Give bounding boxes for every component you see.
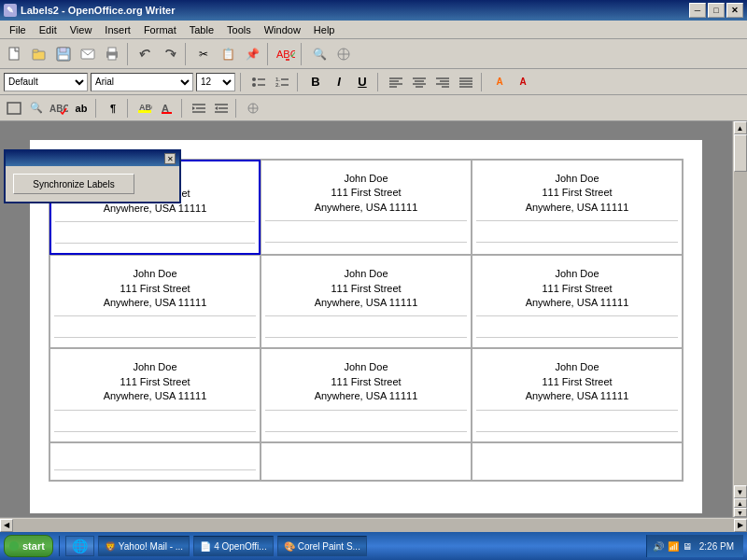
label-cell-1-2[interactable]: John Doe 111 First Street Anywhere, USA … xyxy=(261,160,472,255)
maximize-button[interactable]: □ xyxy=(708,3,725,18)
print-button[interactable] xyxy=(101,43,123,65)
label-street-3-1: 111 First Street xyxy=(56,375,254,389)
scroll-right-button[interactable]: ▶ xyxy=(734,519,747,532)
label-city-2-2: Anywhere, USA 11111 xyxy=(267,296,465,310)
format-sep-3 xyxy=(377,73,381,91)
undo-button[interactable] xyxy=(134,43,157,65)
spellcheck-button[interactable]: ABC✓ xyxy=(275,43,297,65)
toolbar-sep-2 xyxy=(185,43,189,65)
label-city-3-1: Anywhere, USA 11111 xyxy=(56,389,254,403)
highlight-color-button[interactable]: ABC xyxy=(134,99,155,118)
spellcheck2-button[interactable]: ABC xyxy=(49,99,69,118)
label-cell-2-3[interactable]: John Doe 111 First Street Anywhere, USA … xyxy=(472,255,683,348)
open-button[interactable] xyxy=(28,43,50,65)
tray-icon-3: 🖥 xyxy=(683,541,692,552)
taskbar-corel-paint[interactable]: 🎨 Corel Paint S... xyxy=(277,536,367,556)
cut-button[interactable]: ✂ xyxy=(192,43,215,65)
font-size-select[interactable]: 12 xyxy=(196,73,235,91)
label-city-2-3: Anywhere, USA 11111 xyxy=(478,296,676,310)
align-center-button[interactable] xyxy=(409,73,430,91)
taskbar-openoffice[interactable]: 📄 4 OpenOffi... xyxy=(193,536,274,556)
navigator-button[interactable] xyxy=(332,43,355,65)
menu-help[interactable]: Help xyxy=(308,22,341,37)
scroll-corner-1[interactable]: ▲ xyxy=(734,498,747,508)
taskbar-ie[interactable]: 🌐 xyxy=(65,536,94,556)
ruler-toolbar: 🔍 ABC ab ¶ ABC A xyxy=(0,95,747,121)
svg-point-54 xyxy=(9,541,19,551)
menu-file[interactable]: File xyxy=(4,22,32,37)
bold-button[interactable]: B xyxy=(305,73,326,91)
font-select[interactable]: Arial xyxy=(91,73,193,91)
border-button[interactable] xyxy=(4,99,24,118)
sync-dialog-close-button[interactable]: ✕ xyxy=(164,153,176,164)
scroll-down-button[interactable]: ▼ xyxy=(734,485,747,498)
close-button[interactable]: ✕ xyxy=(726,3,743,18)
new-button[interactable] xyxy=(4,43,26,65)
italic-button[interactable]: I xyxy=(329,73,349,91)
label-cell-2-1[interactable]: John Doe 111 First Street Anywhere, USA … xyxy=(49,255,261,348)
label-grid: John Doe 111 First Street Anywhere, USA … xyxy=(49,159,684,482)
align-left-button[interactable] xyxy=(386,73,406,91)
synchronize-labels-button[interactable]: Synchronize Labels xyxy=(13,174,134,194)
label-cell-3-2[interactable]: John Doe 111 First Street Anywhere, USA … xyxy=(261,348,472,441)
indent-more-button[interactable] xyxy=(189,99,209,118)
label-cell-3-1[interactable]: John Doe 111 First Street Anywhere, USA … xyxy=(49,348,261,441)
label-city-3-2: Anywhere, USA 11111 xyxy=(267,389,465,403)
label-name-1-2: John Doe xyxy=(267,172,465,186)
scroll-up-button[interactable]: ▲ xyxy=(734,121,747,134)
label-cell-4-3[interactable] xyxy=(472,442,683,481)
find-button[interactable]: 🔍 xyxy=(308,43,331,65)
paragraph-mark-button[interactable]: ¶ xyxy=(103,99,123,118)
label-name-3-3: John Doe xyxy=(478,360,676,374)
paste-button[interactable]: 📌 xyxy=(241,43,263,65)
highlight-button[interactable]: A xyxy=(489,73,510,91)
menu-tools[interactable]: Tools xyxy=(221,22,257,37)
autocorrect-button[interactable]: ab xyxy=(71,99,92,118)
menu-insert[interactable]: Insert xyxy=(99,22,136,37)
label-name-2-1: John Doe xyxy=(56,267,254,281)
save-button[interactable] xyxy=(52,43,75,65)
navigator2-button[interactable] xyxy=(243,99,263,118)
scroll-left-button[interactable]: ◀ xyxy=(0,519,13,532)
menu-edit[interactable]: Edit xyxy=(34,22,63,37)
scroll-thumb-v[interactable] xyxy=(734,134,747,172)
label-cell-3-3[interactable]: John Doe 111 First Street Anywhere, USA … xyxy=(472,348,683,441)
paragraph-style-select[interactable]: Default xyxy=(4,73,88,91)
svg-point-15 xyxy=(252,77,256,81)
align-justify-button[interactable] xyxy=(456,73,476,91)
zoom-button[interactable]: 🔍 xyxy=(26,99,47,118)
system-tray: 🔊 📶 🖥 2:26 PM xyxy=(646,535,743,557)
start-button[interactable]: start xyxy=(4,535,53,557)
scroll-track-h[interactable] xyxy=(13,519,734,532)
copy-button[interactable]: 📋 xyxy=(217,43,239,65)
minimize-button[interactable]: ─ xyxy=(689,3,706,18)
scroll-track-v[interactable] xyxy=(734,134,747,485)
menu-format[interactable]: Format xyxy=(138,22,182,37)
ruler-sep-1 xyxy=(95,99,99,118)
label-cell-4-2[interactable] xyxy=(261,442,472,481)
align-right-button[interactable] xyxy=(432,73,453,91)
label-city-1-1: Anywhere, USA 11111 xyxy=(57,202,253,216)
font-color-button[interactable]: A xyxy=(513,73,533,91)
svg-rect-5 xyxy=(59,55,68,60)
scroll-corner-2[interactable]: ▼ xyxy=(734,508,747,517)
redo-button[interactable] xyxy=(159,43,181,65)
menu-window[interactable]: Window xyxy=(259,22,306,37)
sync-dialog-title-bar[interactable]: ✕ xyxy=(6,151,179,166)
ordered-list-button[interactable]: 1.2. xyxy=(272,73,292,91)
svg-rect-2 xyxy=(33,49,38,52)
menu-view[interactable]: View xyxy=(64,22,98,37)
email-button[interactable] xyxy=(77,43,99,65)
label-street-2-1: 111 First Street xyxy=(56,282,254,296)
label-cell-1-3[interactable]: John Doe 111 First Street Anywhere, USA … xyxy=(472,160,683,255)
menu-table[interactable]: Table xyxy=(184,22,219,37)
underline-button[interactable]: U xyxy=(352,73,373,91)
indent-less-button[interactable] xyxy=(211,99,232,118)
unordered-list-button[interactable] xyxy=(248,73,269,91)
taskbar-corel-label: Corel Paint S... xyxy=(298,541,360,552)
font-color2-button[interactable]: A xyxy=(157,99,177,118)
tray-icon-1: 🔊 xyxy=(653,541,664,552)
taskbar-yahoo-mail[interactable]: 🦁 Yahoo! Mail - ... xyxy=(98,536,190,556)
label-cell-2-2[interactable]: John Doe 111 First Street Anywhere, USA … xyxy=(261,255,472,348)
label-cell-4-1[interactable] xyxy=(49,442,261,481)
